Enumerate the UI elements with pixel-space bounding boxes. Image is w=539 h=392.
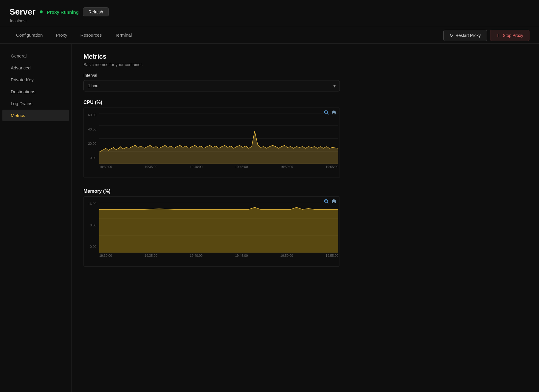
restart-proxy-button[interactable]: ↻ Restart Proxy bbox=[443, 30, 487, 41]
memory-y-8: 8.00 bbox=[90, 223, 96, 227]
stop-label: Stop Proxy bbox=[503, 33, 523, 38]
interval-select[interactable]: 5 minutes 15 minutes 30 minutes 1 hour 6… bbox=[83, 80, 340, 91]
header-top: Server Proxy Running Refresh bbox=[10, 7, 529, 17]
memory-chart-area bbox=[99, 202, 338, 253]
cpu-x-3: 19:40:00 bbox=[190, 165, 203, 169]
main-layout: General Advanced Private Key Destination… bbox=[0, 44, 539, 392]
interval-select-wrapper: 5 minutes 15 minutes 30 minutes 1 hour 6… bbox=[83, 80, 340, 91]
memory-chart-container: 16.00 8.00 0.00 bbox=[83, 196, 340, 267]
cpu-chart-area bbox=[99, 113, 338, 164]
memory-y-0: 0.00 bbox=[90, 245, 96, 248]
memory-y-axis: 16.00 8.00 0.00 bbox=[84, 202, 98, 248]
svg-marker-18 bbox=[99, 207, 338, 253]
nav-actions: ↻ Restart Proxy ⏸ Stop Proxy bbox=[443, 30, 529, 41]
sidebar: General Advanced Private Key Destination… bbox=[0, 44, 72, 392]
cpu-x-axis: 19:30:00 19:35:00 19:40:00 19:45:00 19:5… bbox=[99, 164, 338, 169]
cpu-x-2: 19:35:00 bbox=[145, 165, 157, 169]
app-title: Server bbox=[10, 7, 35, 17]
cpu-x-5: 19:50:00 bbox=[280, 165, 293, 169]
memory-x-2: 19:35:00 bbox=[145, 254, 157, 257]
tab-terminal[interactable]: Terminal bbox=[108, 27, 138, 43]
cpu-y-0: 0.00 bbox=[90, 156, 96, 160]
memory-x-axis: 19:30:00 19:35:00 19:40:00 19:45:00 19:5… bbox=[99, 253, 338, 257]
memory-chart-title: Memory (%) bbox=[83, 189, 527, 194]
status-label: Proxy Running bbox=[47, 10, 79, 15]
subtitle: localhost bbox=[10, 18, 529, 23]
restart-icon: ↻ bbox=[450, 33, 453, 38]
section-description: Basic metrics for your container. bbox=[83, 62, 527, 67]
memory-x-4: 19:45:00 bbox=[235, 254, 248, 257]
tab-proxy[interactable]: Proxy bbox=[49, 27, 74, 43]
cpu-chart-title: CPU (%) bbox=[83, 100, 527, 105]
sidebar-item-advanced[interactable]: Advanced bbox=[2, 62, 69, 74]
restart-label: Restart Proxy bbox=[456, 33, 481, 38]
memory-x-1: 19:30:00 bbox=[99, 254, 112, 257]
cpu-y-axis: 60.00 40.00 20.00 0.00 bbox=[84, 113, 98, 160]
sidebar-item-general[interactable]: General bbox=[2, 50, 69, 62]
sidebar-item-destinations[interactable]: Destinations bbox=[2, 86, 69, 97]
tab-resources[interactable]: Resources bbox=[74, 27, 109, 43]
cpu-chart-container: 60.00 40.00 20.00 0.00 bbox=[83, 108, 340, 178]
memory-x-6: 19:55:00 bbox=[326, 254, 338, 257]
cpu-x-1: 19:30:00 bbox=[99, 165, 112, 169]
memory-x-5: 19:50:00 bbox=[280, 254, 293, 257]
cpu-x-4: 19:45:00 bbox=[235, 165, 248, 169]
tab-configuration[interactable]: Configuration bbox=[10, 27, 49, 43]
memory-x-3: 19:40:00 bbox=[190, 254, 203, 257]
cpu-y-40: 40.00 bbox=[88, 127, 96, 131]
stop-icon: ⏸ bbox=[496, 33, 501, 38]
cpu-x-6: 19:55:00 bbox=[326, 165, 338, 169]
nav-tabs: Configuration Proxy Resources Terminal bbox=[10, 27, 138, 43]
cpu-chart-section: CPU (%) bbox=[83, 100, 527, 178]
sidebar-item-metrics[interactable]: Metrics bbox=[2, 110, 69, 121]
nav-bar: Configuration Proxy Resources Terminal ↻… bbox=[0, 27, 539, 44]
section-title: Metrics bbox=[83, 53, 527, 60]
header: Server Proxy Running Refresh localhost bbox=[0, 0, 539, 27]
interval-label: Interval bbox=[83, 73, 527, 78]
status-dot bbox=[40, 10, 43, 13]
refresh-button[interactable]: Refresh bbox=[83, 7, 109, 16]
cpu-y-60: 60.00 bbox=[88, 113, 96, 117]
memory-y-16: 16.00 bbox=[88, 202, 96, 206]
sidebar-item-log-drains[interactable]: Log Drains bbox=[2, 98, 69, 109]
sidebar-item-private-key[interactable]: Private Key bbox=[2, 74, 69, 85]
svg-marker-9 bbox=[99, 131, 338, 164]
stop-proxy-button[interactable]: ⏸ Stop Proxy bbox=[490, 30, 529, 41]
memory-chart-section: Memory (%) bbox=[83, 189, 527, 267]
cpu-y-20: 20.00 bbox=[88, 142, 96, 145]
content: Metrics Basic metrics for your container… bbox=[72, 44, 539, 392]
